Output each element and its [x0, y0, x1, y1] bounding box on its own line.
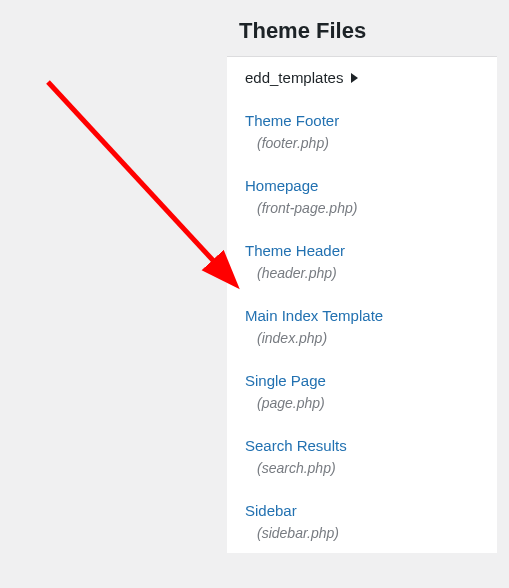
file-label: Theme Footer: [245, 110, 485, 131]
file-filename: (page.php): [245, 395, 485, 411]
file-label: Search Results: [245, 435, 485, 456]
file-theme-footer[interactable]: Theme Footer (footer.php): [227, 98, 497, 163]
panel-title: Theme Files: [227, 10, 497, 56]
file-main-index-template[interactable]: Main Index Template (index.php): [227, 293, 497, 358]
file-list: edd_templates Theme Footer (footer.php) …: [227, 56, 497, 553]
file-sidebar[interactable]: Sidebar (sidebar.php): [227, 488, 497, 553]
file-single-page[interactable]: Single Page (page.php): [227, 358, 497, 423]
file-filename: (header.php): [245, 265, 485, 281]
file-label: Theme Header: [245, 240, 485, 261]
file-filename: (sidebar.php): [245, 525, 485, 541]
chevron-right-icon: [351, 73, 358, 83]
file-filename: (footer.php): [245, 135, 485, 151]
folder-edd-templates[interactable]: edd_templates: [227, 57, 497, 98]
svg-line-1: [48, 82, 233, 282]
file-label: Single Page: [245, 370, 485, 391]
theme-files-panel: Theme Files edd_templates Theme Footer (…: [227, 10, 497, 553]
file-filename: (front-page.php): [245, 200, 485, 216]
file-homepage[interactable]: Homepage (front-page.php): [227, 163, 497, 228]
file-filename: (index.php): [245, 330, 485, 346]
folder-label: edd_templates: [245, 69, 343, 86]
file-theme-header[interactable]: Theme Header (header.php): [227, 228, 497, 293]
file-label: Main Index Template: [245, 305, 485, 326]
file-label: Sidebar: [245, 500, 485, 521]
file-search-results[interactable]: Search Results (search.php): [227, 423, 497, 488]
file-label: Homepage: [245, 175, 485, 196]
annotation-arrow-icon: [38, 72, 258, 302]
file-filename: (search.php): [245, 460, 485, 476]
